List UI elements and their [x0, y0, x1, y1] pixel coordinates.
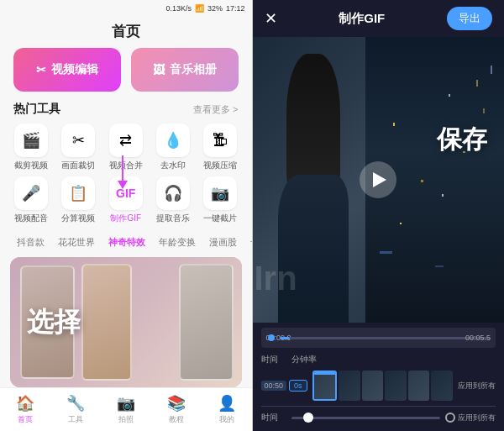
- nav-profile[interactable]: 👤 我的: [202, 388, 252, 431]
- frame-inner-4: [385, 371, 407, 401]
- frame-thumb-3[interactable]: [362, 371, 384, 401]
- tool-extract-audio[interactable]: 🎧 提取音乐: [152, 176, 194, 224]
- nav-tutorial-label: 教程: [169, 414, 184, 425]
- timeline-progress: [280, 337, 291, 339]
- scissors-icon: ✂: [36, 63, 46, 76]
- thumb-time1: 00:50: [261, 381, 287, 391]
- split-label: 分算视频: [61, 213, 95, 224]
- arrow-head: [118, 181, 128, 189]
- right-panel: ✕ 制作GIF 导出: [253, 0, 505, 431]
- close-button[interactable]: ✕: [265, 9, 277, 28]
- filter-tab-flowers[interactable]: 花花世界: [51, 234, 102, 250]
- frame-thumb-4[interactable]: [385, 371, 407, 401]
- export-button[interactable]: 导出: [447, 7, 492, 30]
- time-slider-thumb[interactable]: [303, 413, 313, 423]
- video-edit-button[interactable]: ✂ 视频编辑: [13, 48, 121, 92]
- divider: [261, 406, 496, 407]
- watermark-icon: 💧: [156, 124, 190, 157]
- filter-tab-manga[interactable]: 漫画股: [202, 234, 244, 250]
- main-buttons: ✂ 视频编辑 🖼 音乐相册: [0, 48, 252, 102]
- video-preview[interactable]: Irn 保存: [253, 37, 505, 323]
- screenshot-label: 一键截片: [203, 213, 237, 224]
- nav-tutorial[interactable]: 📚 教程: [151, 388, 202, 431]
- extract-audio-icon: 🎧: [156, 176, 190, 210]
- filter-tab-douyin[interactable]: 抖音款: [10, 234, 51, 250]
- hot-tools-header: 热门工具 查看更多 >: [0, 102, 252, 124]
- play-button[interactable]: [360, 161, 396, 198]
- tool-clip-video[interactable]: 🎬 截剪视频: [10, 124, 52, 171]
- arrow-line: [122, 155, 123, 181]
- nav-home[interactable]: 🏠 首页: [0, 388, 50, 431]
- timeline-track[interactable]: [280, 337, 491, 339]
- home-icon: 🏠: [16, 394, 34, 413]
- watermark-label: 去水印: [160, 160, 186, 171]
- speed-indicator: 0.13K/s: [165, 4, 192, 13]
- tutorial-icon: 📚: [167, 394, 186, 413]
- filter-tab-age[interactable]: 年龄变换: [152, 234, 202, 250]
- filter-tab-magic[interactable]: 神奇特效: [102, 234, 152, 250]
- frame-select-indicator: [314, 372, 336, 375]
- timeline-bar[interactable]: 00:00.0 00:05.5: [261, 328, 496, 348]
- frame-strip-row: 00:50 0s: [261, 368, 496, 403]
- body: [278, 175, 349, 323]
- tool-dub[interactable]: 🎤 视频配音: [10, 176, 52, 224]
- frame-inner-6: [431, 371, 453, 401]
- frame-thumb-6[interactable]: [431, 371, 453, 401]
- banner-content: 选择: [10, 257, 242, 387]
- merge-icon: ⇄: [109, 124, 143, 157]
- bottom-nav: 🏠 首页 🔧 工具 📷 拍照 📚 教程 👤 我的: [0, 387, 252, 431]
- tool-crop[interactable]: ✂ 画面裁切: [57, 124, 99, 171]
- time-slider-row: 时间 应用到所有: [261, 409, 496, 426]
- music-album-button[interactable]: 🖼 音乐相册: [131, 48, 239, 92]
- filter-tabs: 抖音款 花花世界 神奇特效 年龄变换 漫画股 卡点: [0, 231, 252, 257]
- tool-compress[interactable]: 🗜 视频压缩: [199, 124, 241, 171]
- frame-thumb-2[interactable]: [339, 371, 360, 401]
- extract-audio-label: 提取音乐: [156, 213, 190, 224]
- play-icon: [373, 172, 386, 187]
- fps-label: 分钟率: [291, 354, 317, 365]
- frame-thumb-5[interactable]: [408, 371, 430, 401]
- timeline-thumb[interactable]: [268, 334, 275, 341]
- frame-strip[interactable]: [312, 371, 453, 401]
- nav-camera[interactable]: 📷 拍照: [101, 388, 151, 431]
- nav-tools-label: 工具: [68, 414, 83, 425]
- frame-inner-2: [339, 371, 360, 401]
- signal-icon: 📶: [195, 4, 204, 13]
- gif-label: 制作GIF: [110, 213, 141, 224]
- irn-overlay: Irn: [255, 260, 297, 297]
- apply-all-text2: 应用到所有: [458, 413, 496, 423]
- tool-screenshot[interactable]: 📷 一键截片: [199, 176, 241, 224]
- time-label2: 时间: [261, 412, 286, 423]
- crop-icon: ✂: [61, 124, 95, 157]
- profile-icon: 👤: [218, 394, 236, 413]
- camera-icon: 📷: [117, 394, 135, 413]
- status-bar: 0.13K/s 📶 32% 17:12: [0, 0, 252, 17]
- frame-inner-3: [362, 371, 384, 401]
- nav-home-label: 首页: [18, 414, 33, 425]
- apply-all-row: 应用到所有: [445, 413, 496, 423]
- time-slider[interactable]: [291, 417, 441, 419]
- split-icon: 📋: [61, 176, 95, 210]
- banner-photo-3: [179, 264, 234, 381]
- compress-icon: 🗜: [203, 124, 237, 157]
- see-more-link[interactable]: 查看更多 >: [193, 103, 238, 116]
- nav-profile-label: 我的: [219, 414, 234, 425]
- time-fps-row: 时间 分钟率: [261, 351, 496, 368]
- clip-video-label: 截剪视频: [14, 160, 48, 171]
- banner-text: 选择: [27, 304, 81, 341]
- timeline-area: 00:00.0 00:05.5 时间 分钟率 00:50 0s: [253, 323, 505, 431]
- tool-watermark[interactable]: 💧 去水印: [152, 124, 194, 171]
- clock: 17:12: [226, 4, 245, 13]
- tool-split[interactable]: 📋 分算视频: [57, 176, 99, 224]
- page-title: 首页: [0, 17, 252, 48]
- nav-tools[interactable]: 🔧 工具: [50, 388, 101, 431]
- arrow-annotation: [118, 155, 128, 189]
- apply-radio[interactable]: [445, 413, 455, 423]
- frame-thumb-1[interactable]: [312, 371, 338, 401]
- clip-video-icon: 🎬: [14, 124, 48, 157]
- banner-area[interactable]: 选择: [10, 257, 242, 387]
- tools-icon: 🔧: [66, 394, 85, 413]
- apply-all-label[interactable]: 应用到所有: [458, 381, 496, 392]
- filter-tab-beat[interactable]: 卡点: [244, 234, 252, 250]
- photo-icon: 🖼: [153, 63, 165, 76]
